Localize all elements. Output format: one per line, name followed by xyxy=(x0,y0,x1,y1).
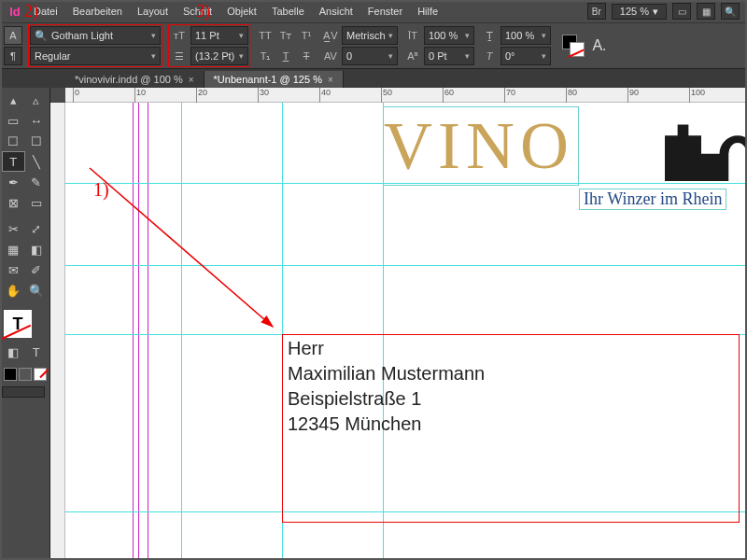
menu-objekt[interactable]: Objekt xyxy=(219,0,264,22)
address-salutation: Herr xyxy=(288,336,485,361)
tab-label: *Unbenannt-1 @ 125 % xyxy=(214,74,322,85)
kerning-value: Metrisch xyxy=(346,30,386,41)
tab-unbenannt[interactable]: *Unbenannt-1 @ 125 % × xyxy=(204,71,344,88)
font-size-value: 11 Pt xyxy=(195,30,219,41)
annotation-2: 2) xyxy=(24,2,38,21)
line-tool[interactable]: ╲ xyxy=(25,151,49,172)
address-name: Maximilian Mustermann xyxy=(288,361,485,386)
hscale-value: 100 % xyxy=(505,30,534,41)
vscale-icon: ĪT xyxy=(403,26,422,45)
tracking-field[interactable]: 0▾ xyxy=(342,47,398,65)
type-tool[interactable]: T xyxy=(2,151,25,172)
skew-icon: T xyxy=(480,47,499,65)
tracking-value: 0 xyxy=(346,50,352,62)
toolbox: ▴▵ ▭↔ ☐☐ T╲ ✒✎ ⊠▭ ✂⤢ ▦◧ ✉✐ ✋🔍 T ◧T xyxy=(0,88,50,560)
font-size-icon: тT xyxy=(170,26,189,45)
baseline-field[interactable]: 0 Pt▾ xyxy=(424,47,474,65)
scissors-tool[interactable]: ✂ xyxy=(2,218,25,239)
menu-layout[interactable]: Layout xyxy=(130,0,176,22)
address-city: 12345 München xyxy=(288,412,485,437)
zoom-level-field[interactable]: 125 %▾ xyxy=(612,4,667,20)
superscript-icon[interactable]: T¹ xyxy=(297,26,316,45)
ruler-vertical[interactable] xyxy=(50,103,65,560)
screen-mode-switch[interactable] xyxy=(2,386,45,398)
document-canvas[interactable]: VINO Ihr Winzer im Rhein Herr Maximilian… xyxy=(65,103,747,560)
free-transform-tool[interactable]: ⤢ xyxy=(25,218,49,239)
smallcaps-icon[interactable]: Tᴛ xyxy=(276,26,295,45)
menu-hilfe[interactable]: Hilfe xyxy=(410,0,445,22)
font-family-value: Gotham Light xyxy=(51,30,113,41)
bridge-icon[interactable]: Br xyxy=(587,3,606,20)
gradient-feather-tool[interactable]: ◧ xyxy=(25,239,49,259)
zoom-tool[interactable]: 🔍 xyxy=(25,280,49,301)
content-placer-tool[interactable]: ☐ xyxy=(25,131,49,151)
baseline-value: 0 Pt xyxy=(429,50,447,62)
font-family-field[interactable]: 🔍 Gotham Light ▾ xyxy=(30,26,161,45)
tab-vinovivir[interactable]: *vinovivir.indd @ 100 % × xyxy=(65,71,204,88)
hand-tool[interactable]: ✋ xyxy=(2,280,25,301)
leading-field[interactable]: (13.2 Pt)▾ xyxy=(190,47,248,65)
underline-icon[interactable]: T xyxy=(276,47,295,65)
font-size-field[interactable]: 11 Pt▾ xyxy=(190,26,248,45)
vscale-field[interactable]: 100 %▾ xyxy=(424,26,474,45)
char-mode-button[interactable]: A xyxy=(4,26,22,45)
para-mode-button[interactable]: ¶ xyxy=(4,47,22,65)
fill-stroke-proxy[interactable]: T xyxy=(4,310,32,338)
annotation-3: 3) xyxy=(196,2,210,21)
kerning-field[interactable]: Metrisch▾ xyxy=(342,26,398,45)
hscale-icon: Ṯ xyxy=(480,26,499,45)
pencil-tool[interactable]: ✎ xyxy=(25,172,49,192)
default-swatches[interactable] xyxy=(2,368,48,381)
selection-tool[interactable]: ▴ xyxy=(2,90,25,110)
font-style-value: Regular xyxy=(35,50,71,62)
baseline-icon: Aª xyxy=(403,47,422,65)
skew-field[interactable]: 0°▾ xyxy=(500,47,551,65)
annotation-1: 1) xyxy=(93,179,109,201)
close-icon[interactable]: × xyxy=(328,75,333,85)
allcaps-icon[interactable]: TT xyxy=(256,26,275,45)
leading-value: (13.2 Pt) xyxy=(195,50,234,62)
rectangle-frame-tool[interactable]: ⊠ xyxy=(2,192,25,213)
eyedropper-tool[interactable]: ✐ xyxy=(25,259,49,280)
menu-tabelle[interactable]: Tabelle xyxy=(264,0,312,22)
search-icon[interactable]: 🔍 xyxy=(721,3,740,20)
page-tagline[interactable]: Ihr Winzer im Rhein xyxy=(579,189,726,210)
subscript-icon[interactable]: T₁ xyxy=(256,47,275,65)
gradient-swatch-tool[interactable]: ▦ xyxy=(2,239,25,259)
apply-color-icon[interactable]: ◧ xyxy=(2,342,25,362)
note-tool[interactable]: ✉ xyxy=(2,259,25,280)
fill-stroke-swatch[interactable] xyxy=(562,35,585,57)
rectangle-tool[interactable]: ▭ xyxy=(25,192,49,213)
hscale-field[interactable]: 100 %▾ xyxy=(500,26,551,45)
page-castle-illustration[interactable] xyxy=(663,108,747,181)
char-style-icon[interactable]: A. xyxy=(590,36,609,55)
pen-tool[interactable]: ✒ xyxy=(2,172,25,192)
vscale-value: 100 % xyxy=(429,30,458,41)
tracking-icon: AV xyxy=(321,47,340,65)
close-icon[interactable]: × xyxy=(189,75,194,85)
font-style-field[interactable]: Regular ▾ xyxy=(30,47,161,65)
direct-selection-tool[interactable]: ▵ xyxy=(25,90,49,110)
menu-bearbeiten[interactable]: Bearbeiten xyxy=(65,0,130,22)
screen-mode-icon[interactable]: ▭ xyxy=(672,3,691,20)
strike-icon[interactable]: T xyxy=(297,47,316,65)
apply-none-icon[interactable]: T xyxy=(25,342,49,362)
page-tool[interactable]: ▭ xyxy=(2,110,25,131)
zoom-level-value: 125 % xyxy=(620,6,649,17)
menu-ansicht[interactable]: Ansicht xyxy=(312,0,360,22)
gap-tool[interactable]: ↔ xyxy=(25,110,49,131)
search-icon: 🔍 xyxy=(35,30,48,42)
leading-icon: ☰ xyxy=(170,47,189,65)
app-logo: Id xyxy=(4,5,26,19)
tab-label: *vinovivir.indd @ 100 % xyxy=(75,74,183,85)
address-block[interactable]: Herr Maximilian Mustermann Beispielstraß… xyxy=(288,336,485,437)
skew-value: 0° xyxy=(505,50,515,62)
kerning-icon: A̲V xyxy=(321,26,340,45)
arrange-icon[interactable]: ▦ xyxy=(697,3,715,20)
address-street: Beispielstraße 1 xyxy=(288,386,485,412)
content-collector-tool[interactable]: ☐ xyxy=(2,131,25,151)
page-logo-text[interactable]: VINO xyxy=(383,106,579,186)
menu-fenster[interactable]: Fenster xyxy=(360,0,410,22)
ruler-horizontal[interactable]: 0102030405060708090100110 xyxy=(65,88,747,103)
